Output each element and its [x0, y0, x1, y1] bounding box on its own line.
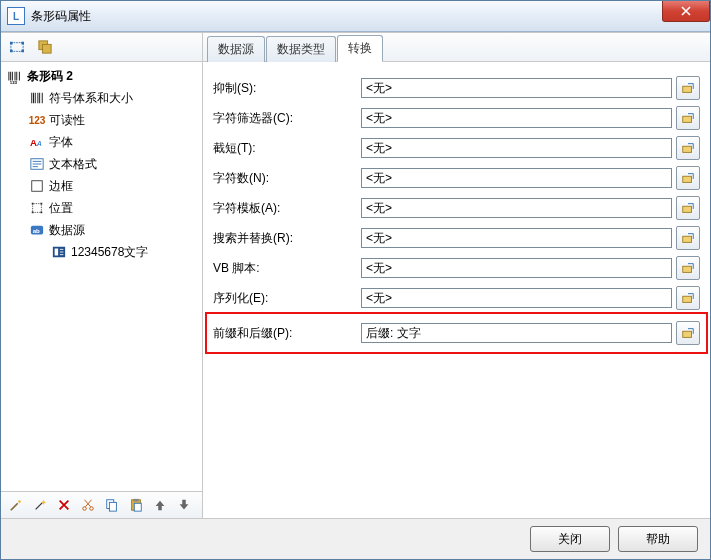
left-toolbar	[1, 33, 202, 62]
tree-item-field[interactable]: 12345678文字	[1, 241, 202, 263]
tree-item-label: 字体	[49, 134, 73, 151]
sparkle-icon	[33, 498, 47, 512]
field-icon	[51, 244, 67, 260]
tree-item-font[interactable]: A A 字体	[1, 131, 202, 153]
label-prefixsfx: 前缀和后缀(P):	[213, 325, 361, 342]
svg-rect-28	[32, 203, 34, 205]
bt-wizard[interactable]	[5, 494, 27, 516]
label-chartmpl: 字符模板(A):	[213, 200, 361, 217]
svg-rect-35	[55, 249, 59, 256]
svg-rect-53	[683, 266, 692, 272]
label-charcount: 字符数(N):	[213, 170, 361, 187]
svg-text:A: A	[36, 140, 42, 147]
svg-marker-39	[18, 500, 22, 504]
tree-item-readability[interactable]: 123 可读性	[1, 109, 202, 131]
label-truncate: 截短(T):	[213, 140, 361, 157]
tree-item-label: 边框	[49, 178, 73, 195]
svg-rect-3	[10, 50, 13, 53]
right-panel: 数据源 数据类型 转换 抑制(S): 字符筛选器(	[203, 33, 710, 518]
help-button[interactable]: 帮助	[618, 526, 698, 552]
input-chartmpl[interactable]	[361, 198, 672, 218]
tree-root[interactable]: 123 条形码 2	[1, 66, 202, 87]
tree-item-label: 符号体系和大小	[49, 90, 133, 107]
svg-rect-2	[21, 42, 24, 45]
bt-paste[interactable]	[125, 494, 147, 516]
row-truncate: 截短(T):	[213, 134, 700, 162]
window-close-button[interactable]	[662, 1, 710, 22]
tree-item-border[interactable]: 边框	[1, 175, 202, 197]
btn-charcount[interactable]	[676, 166, 700, 190]
tree-item-label: 位置	[49, 200, 73, 217]
btn-vbscript[interactable]	[676, 256, 700, 280]
svg-rect-48	[683, 116, 692, 122]
svg-rect-0	[11, 43, 23, 52]
edit-icon	[681, 111, 695, 125]
textfmt-icon	[29, 156, 45, 172]
left-panel: 123 条形码 2 符号体系和大小 123	[1, 33, 203, 518]
svg-rect-43	[109, 502, 116, 511]
app-icon: L	[7, 7, 25, 25]
tab-label: 转换	[348, 41, 372, 55]
btn-truncate[interactable]	[676, 136, 700, 160]
tree-item-symbology[interactable]: 符号体系和大小	[1, 87, 202, 109]
bt-up[interactable]	[149, 494, 171, 516]
arrow-up-icon	[153, 498, 167, 512]
btn-prefixsfx[interactable]	[676, 321, 700, 345]
tab-content-transform: 抑制(S): 字符筛选器(C): 截短(T):	[203, 62, 710, 518]
label-suppress: 抑制(S):	[213, 80, 361, 97]
close-button[interactable]: 关闭	[530, 526, 610, 552]
input-suppress[interactable]	[361, 78, 672, 98]
tree-item-label: 文本格式	[49, 156, 97, 173]
input-charfilter[interactable]	[361, 108, 672, 128]
row-chartmpl: 字符模板(A):	[213, 194, 700, 222]
left-toolbar-btn-1[interactable]	[5, 35, 29, 59]
row-prefix-suffix: 前缀和后缀(P):	[209, 316, 704, 350]
datasource-icon: ab	[29, 222, 45, 238]
svg-rect-1	[10, 42, 13, 45]
bt-delete[interactable]	[53, 494, 75, 516]
tabs: 数据源 数据类型 转换	[203, 33, 710, 62]
tree-item-label: 可读性	[49, 112, 85, 129]
btn-suppress[interactable]	[676, 76, 700, 100]
svg-rect-50	[683, 176, 692, 182]
label-vbscript: VB 脚本:	[213, 260, 361, 277]
input-truncate[interactable]	[361, 138, 672, 158]
edit-icon	[681, 141, 695, 155]
edit-icon	[681, 201, 695, 215]
svg-text:A: A	[30, 137, 37, 148]
bt-cut[interactable]	[77, 494, 99, 516]
tab-datatype[interactable]: 数据类型	[266, 36, 336, 62]
input-prefixsfx[interactable]	[361, 323, 672, 343]
barcode-icon	[29, 90, 45, 106]
border-icon	[29, 178, 45, 194]
svg-point-40	[83, 507, 87, 511]
tab-label: 数据类型	[277, 42, 325, 56]
tree-item-text-format[interactable]: 文本格式	[1, 153, 202, 175]
btn-charfilter[interactable]	[676, 106, 700, 130]
tree-item-datasource[interactable]: ab 数据源	[1, 219, 202, 241]
input-vbscript[interactable]	[361, 258, 672, 278]
svg-rect-54	[683, 296, 692, 302]
tab-transform[interactable]: 转换	[337, 35, 383, 62]
bt-down[interactable]	[173, 494, 195, 516]
input-charcount[interactable]	[361, 168, 672, 188]
tree-item-position[interactable]: 位置	[1, 197, 202, 219]
bt-magic[interactable]	[29, 494, 51, 516]
row-searchrep: 搜索并替换(R):	[213, 224, 700, 252]
dialog-body: 123 条形码 2 符号体系和大小 123	[1, 32, 710, 518]
bt-copy[interactable]	[101, 494, 123, 516]
btn-chartmpl[interactable]	[676, 196, 700, 220]
label-serialize: 序列化(E):	[213, 290, 361, 307]
window-title: 条形码属性	[31, 8, 91, 25]
svg-text:123: 123	[10, 80, 18, 84]
tab-datasource[interactable]: 数据源	[207, 36, 265, 62]
barcode-root-icon: 123	[7, 69, 23, 85]
svg-rect-49	[683, 146, 692, 152]
input-serialize[interactable]	[361, 288, 672, 308]
btn-serialize[interactable]	[676, 286, 700, 310]
left-toolbar-btn-2[interactable]	[33, 35, 57, 59]
btn-searchrep[interactable]	[676, 226, 700, 250]
input-searchrep[interactable]	[361, 228, 672, 248]
position-icon	[29, 200, 45, 216]
help-button-label: 帮助	[646, 531, 670, 548]
